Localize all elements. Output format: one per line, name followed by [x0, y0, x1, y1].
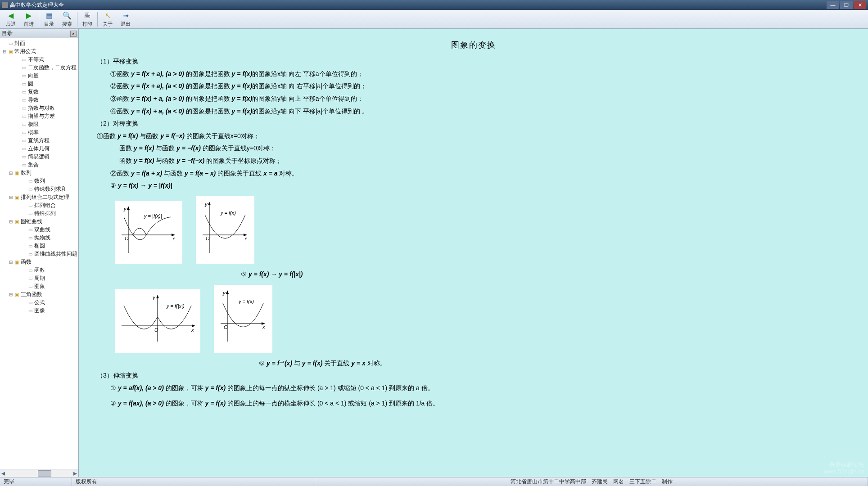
page-icon: ▭	[21, 105, 27, 111]
page-icon: ▭	[21, 65, 27, 70]
search-button[interactable]: 🔍搜索	[58, 10, 76, 28]
forward-button[interactable]: ▶前进	[20, 10, 38, 28]
svg-text:x: x	[172, 236, 175, 241]
svg-text:O: O	[224, 324, 228, 330]
tree-item[interactable]: ▭排列组合	[0, 201, 78, 209]
tree-item[interactable]: ▭圆锥曲线共性问题	[0, 250, 78, 258]
tree-item[interactable]: ▭函数	[0, 266, 78, 274]
sidebar-scrollbar[interactable]: ◂▸	[0, 469, 78, 477]
tree-item[interactable]: ▭简易逻辑	[0, 153, 78, 161]
tree-item[interactable]: ▭特殊排列	[0, 209, 78, 217]
sidebar-close-button[interactable]: ×	[70, 31, 77, 37]
tree-item[interactable]: ▭直线方程	[0, 136, 78, 144]
tree-item[interactable]: ▭二次函数，二次方程	[0, 63, 78, 72]
tree-item[interactable]: ▭指数与对数	[0, 104, 78, 112]
close-button[interactable]: ✕	[854, 1, 866, 9]
tree-item[interactable]: ▭公式	[0, 298, 78, 306]
tree-item[interactable]: ⊟▣三角函数	[0, 290, 78, 298]
tree-item[interactable]: ▭抛物线	[0, 234, 78, 242]
toolbar: ◀后退 ▶前进 ▤目录 🔍搜索 🖶打印 ↖关于 ➟退出	[0, 10, 868, 29]
scrollbar-thumb[interactable]	[38, 470, 51, 477]
print-button[interactable]: 🖶打印	[78, 10, 96, 28]
graph-f-absx: yxO y = f(|x|)	[115, 289, 200, 353]
collapse-icon[interactable]: ⊟	[8, 219, 14, 224]
tree-item[interactable]: ▭圆	[0, 80, 78, 88]
toolbar-separator	[77, 12, 77, 27]
graph-fx2: yxO y = f(x)	[214, 285, 272, 353]
tree-item[interactable]: ▭立体几何	[0, 144, 78, 153]
page-icon: ▭	[21, 162, 27, 167]
svg-text:y = f(|x|): y = f(|x|)	[166, 303, 185, 309]
tree[interactable]: ▭封面 ⊟▣常用公式 ▭不等式▭二次函数，二次方程▭向量▭圆▭复数▭导数▭指数与…	[0, 38, 78, 469]
book-icon: ▣	[14, 170, 20, 176]
back-button[interactable]: ◀后退	[2, 10, 20, 28]
app-icon	[2, 2, 8, 8]
maximize-icon: ❐	[844, 2, 849, 8]
page-icon: ▭	[21, 138, 27, 143]
book-icon: ▣	[14, 219, 20, 224]
maximize-button[interactable]: ❐	[840, 1, 853, 9]
graph-row: yxO y = |f(x)| yxO y = f(x)	[115, 196, 850, 264]
tree-item[interactable]: ▭集合	[0, 161, 78, 169]
svg-text:x: x	[244, 236, 247, 241]
page-icon: ▭	[27, 202, 33, 208]
page-icon: ▭	[27, 251, 33, 256]
tree-item[interactable]: ▭图像	[0, 306, 78, 315]
about-button[interactable]: ↖关于	[99, 10, 117, 28]
tree-item[interactable]: ▭封面	[0, 39, 78, 47]
tree-item[interactable]: ⊟▣圆锥曲线	[0, 217, 78, 225]
tree-item[interactable]: ▭数列	[0, 177, 78, 185]
tree-item[interactable]: ▭复数	[0, 88, 78, 96]
minimize-button[interactable]: —	[827, 1, 839, 9]
content-area[interactable]: 图象的变换 （1）平移变换 ①函数 y = f(x + a), (a > 0) …	[79, 29, 868, 477]
tree-item[interactable]: ▭期望与方差	[0, 112, 78, 120]
catalog-button[interactable]: ▤目录	[40, 10, 58, 28]
print-icon: 🖶	[83, 11, 92, 20]
text-line: ① y = af(x), (a > 0) 的图象，可将 y = f(x) 的图象…	[110, 382, 850, 394]
collapse-icon[interactable]: ⊟	[8, 292, 14, 297]
sidebar-header: 目录 ×	[0, 29, 78, 38]
svg-text:y = |f(x)|: y = |f(x)|	[144, 213, 162, 219]
tree-item[interactable]: ▭向量	[0, 72, 78, 80]
page-icon: ▭	[21, 89, 27, 94]
tree-item[interactable]: ▭图象	[0, 282, 78, 290]
page-icon: ▭	[27, 227, 33, 232]
tree-item[interactable]: ▭不等式	[0, 55, 78, 63]
svg-text:O: O	[206, 236, 210, 241]
tree-item[interactable]: ▭特殊数列求和	[0, 185, 78, 193]
page-icon: ▭	[27, 178, 33, 184]
status-author: 河北省唐山市第十二中学高中部 齐建民 网名 三下五除二 制作	[315, 477, 868, 486]
status-copyright: 版权所有	[72, 477, 315, 486]
text-line: ②函数 y = f(a + x) 与函数 y = f(a − x) 的图象关于直…	[110, 167, 850, 180]
tree-item[interactable]: ⊟▣排列组合二项式定理	[0, 193, 78, 201]
tree-item[interactable]: ⊟▣常用公式	[0, 47, 78, 55]
svg-text:y: y	[222, 290, 226, 296]
page-icon: ▭	[27, 243, 33, 248]
collapse-icon[interactable]: ⊟	[2, 49, 7, 54]
svg-text:y = f(x): y = f(x)	[238, 299, 254, 304]
sidebar: 目录 × ▭封面 ⊟▣常用公式 ▭不等式▭二次函数，二次方程▭向量▭圆▭复数▭导…	[0, 29, 79, 477]
page-icon: ▭	[27, 235, 33, 240]
page-icon: ▭	[27, 300, 33, 305]
collapse-icon[interactable]: ⊟	[8, 171, 14, 176]
tree-item[interactable]: ▭极限	[0, 120, 78, 128]
svg-text:y: y	[123, 206, 127, 212]
tree-item[interactable]: ⊟▣函数	[0, 258, 78, 266]
tree-item[interactable]: ▭双曲线	[0, 225, 78, 234]
tree-item[interactable]: ▭椭圆	[0, 242, 78, 250]
arrow-left-icon: ◀	[6, 11, 15, 20]
tree-item[interactable]: ▭导数	[0, 96, 78, 104]
status-left: 完毕	[0, 477, 72, 486]
tree-item[interactable]: ⊟▣数列	[0, 169, 78, 177]
text-line: ⑥ y = f⁻¹(x) 与 y = f(x) 关于直线 y = x 对称。	[259, 357, 850, 369]
collapse-icon[interactable]: ⊟	[8, 260, 14, 265]
exit-button[interactable]: ➟退出	[117, 10, 135, 28]
section-heading: （3）伸缩变换	[97, 369, 850, 382]
collapse-icon[interactable]: ⊟	[8, 195, 14, 200]
toolbar-separator	[97, 12, 98, 27]
tree-item[interactable]: ▭概率	[0, 128, 78, 136]
book-icon: ▣	[14, 292, 20, 297]
text-line: ④函数 y = f(x) + a, (a < 0) 的图象是把函数 y = f(…	[110, 105, 850, 117]
page-icon: ▭	[21, 113, 27, 119]
tree-item[interactable]: ▭周期	[0, 274, 78, 282]
